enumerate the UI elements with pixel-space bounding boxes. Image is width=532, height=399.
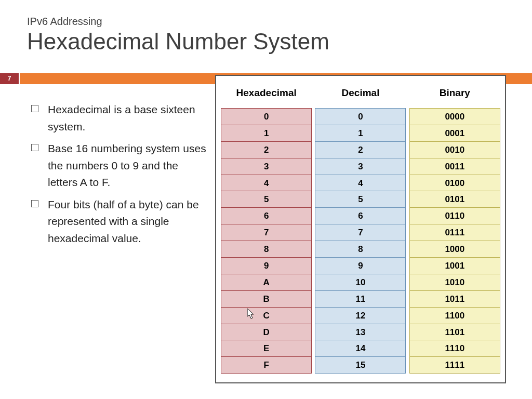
table-cell-dec: 7 (315, 224, 405, 241)
table-cell-hex: 0 (221, 109, 311, 125)
table-cell-dec: 12 (315, 308, 405, 324)
table-cell-hex: E (221, 340, 311, 357)
table-cell-dec: 1 (315, 125, 405, 142)
bullet-content: Hexadecimal is a base sixteen system.Bas… (31, 101, 208, 252)
table-cell-bin: 1111 (410, 357, 500, 374)
page-number-badge: 7 (0, 73, 19, 84)
column-header-hex: Hexadecimal (221, 80, 312, 108)
table-cell-hex: D (221, 324, 311, 341)
table-cell-bin: 1000 (410, 241, 500, 258)
table-cell-bin: 1011 (410, 291, 500, 308)
table-cell-bin: 1110 (410, 340, 500, 357)
table-cell-bin: 0000 (410, 109, 500, 125)
table-cell-bin: 0110 (410, 208, 500, 224)
column-header-dec: Decimal (315, 80, 406, 108)
table-cell-bin: 0001 (410, 125, 500, 142)
bullet-item: Four bits (half of a byte) can be repres… (31, 196, 208, 247)
table-cell-hex: 4 (221, 175, 311, 192)
table-cell-hex: 1 (221, 125, 311, 142)
table-cell-bin: 1010 (410, 274, 500, 291)
table-cell-dec: 11 (315, 291, 405, 308)
table-cell-dec: 5 (315, 191, 405, 208)
bullet-item: Hexadecimal is a base sixteen system. (31, 101, 208, 135)
table-cell-bin: 1100 (410, 308, 500, 324)
table-cell-hex: 3 (221, 158, 311, 175)
table-cell-bin: 0101 (410, 191, 500, 208)
table-cell-bin: 1001 (410, 258, 500, 274)
conversion-table: Hexadecimal 0123456789ABCDEF Decimal 012… (215, 75, 506, 383)
table-cell-dec: 10 (315, 274, 405, 291)
table-cell-bin: 0010 (410, 142, 500, 158)
column-header-bin: Binary (409, 80, 500, 108)
table-cell-dec: 6 (315, 208, 405, 224)
table-cell-dec: 15 (315, 357, 405, 374)
slide-subtitle: IPv6 Addressing (27, 16, 532, 28)
table-cell-hex: 2 (221, 142, 311, 158)
bullet-item: Base 16 numbering system uses the number… (31, 140, 208, 191)
table-cell-hex: F (221, 357, 311, 374)
table-cell-hex: 6 (221, 208, 311, 224)
column-binary: Binary 000000010010001101000101011001111… (409, 80, 500, 379)
table-cell-hex: 5 (221, 191, 311, 208)
column-decimal: Decimal 0123456789101112131415 (315, 80, 406, 379)
table-cell-bin: 0111 (410, 224, 500, 241)
table-cell-bin: 0011 (410, 158, 500, 175)
table-cell-dec: 2 (315, 142, 405, 158)
table-cell-dec: 0 (315, 109, 405, 125)
table-cell-dec: 14 (315, 340, 405, 357)
table-cell-bin: 1101 (410, 324, 500, 341)
table-cell-hex: 9 (221, 258, 311, 274)
table-cell-dec: 4 (315, 175, 405, 192)
table-cell-dec: 8 (315, 241, 405, 258)
table-cell-hex: B (221, 291, 311, 308)
slide-title: Hexadecimal Number System (27, 29, 532, 55)
table-cell-dec: 13 (315, 324, 405, 341)
table-cell-hex: A (221, 274, 311, 291)
table-cell-hex: 8 (221, 241, 311, 258)
table-cell-dec: 3 (315, 158, 405, 175)
table-cell-bin: 0100 (410, 175, 500, 192)
column-hexadecimal: Hexadecimal 0123456789ABCDEF (221, 80, 312, 379)
table-cell-hex: 7 (221, 224, 311, 241)
table-cell-dec: 9 (315, 258, 405, 274)
table-cell-hex: C (221, 308, 311, 324)
